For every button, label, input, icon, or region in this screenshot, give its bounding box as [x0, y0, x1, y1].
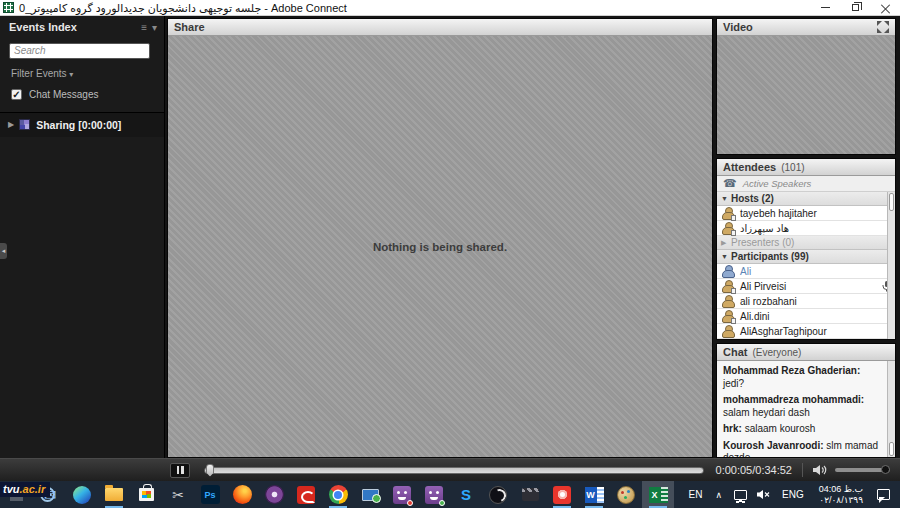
keyboard-language[interactable]: ENG	[775, 489, 811, 500]
taskbar-adobe-connect-icon[interactable]	[418, 481, 450, 508]
taskbar-photoshop-icon[interactable]: Ps	[194, 481, 226, 508]
attendee-row[interactable]: ali rozbahani	[717, 294, 895, 309]
taskbar-chrome-icon[interactable]	[322, 481, 354, 508]
seek-thumb[interactable]	[206, 464, 214, 477]
action-center-icon[interactable]	[877, 489, 890, 500]
attendees-count: (101)	[781, 162, 804, 173]
hosts-group-row[interactable]: ▼ Hosts (2)	[717, 192, 895, 206]
active-speakers-label: Active Speakers	[743, 178, 812, 189]
taskbar-remote-desktop-icon[interactable]	[354, 481, 386, 508]
chat-scrollbar[interactable]	[887, 361, 895, 457]
show-hidden-icons-chevron[interactable]: ∧	[709, 490, 728, 500]
chevron-down-icon: ▾	[69, 70, 73, 79]
taskbar-premiere-rush-icon[interactable]	[546, 481, 578, 508]
window-title: جلسه توجیهی دانشجویان جدیدالورود گروه کا…	[19, 0, 347, 16]
share-pod-title: Share	[174, 21, 205, 33]
participants-group-row[interactable]: ▼ Participants (99)	[717, 250, 895, 264]
tvu-watermark: tvu.ac.ir	[0, 482, 50, 497]
taskbar-clock[interactable]: 04:06 ب.ظ ۰۲/۰۸/۱۳۹۹	[811, 484, 871, 506]
host-avatar-icon	[721, 207, 734, 220]
playback-time: 0:00:05/0:34:52	[716, 464, 792, 476]
muted-speaker-icon[interactable]	[757, 489, 771, 500]
video-pod-title: Video	[723, 21, 753, 33]
tri-down-icon: ▼	[721, 195, 731, 202]
phone-icon: ☎	[723, 177, 737, 190]
events-index-panel: Events Index ≡ ▾ Filter Events ▾ ✓ Chat …	[0, 16, 165, 458]
sidebar-collapse-handle[interactable]: ◂	[0, 243, 7, 259]
windows-taskbar: tvu.ac.ir ✉ ✂ Ps S W X	[0, 481, 900, 508]
clock-date: ۰۲/۰۸/۱۳۹۹	[819, 495, 863, 506]
chat-messages-label: Chat Messages	[29, 89, 98, 100]
share-pod-body: Nothing is being shared.	[168, 36, 712, 457]
chat-scope: (Everyone)	[752, 347, 801, 358]
language-indicator[interactable]: EN	[682, 489, 710, 500]
chat-pod: Chat (Everyone) Mohammad Reza Ghaderian:…	[716, 343, 896, 458]
host-avatar-icon	[721, 222, 734, 235]
tri-right-icon: ▶	[721, 239, 731, 247]
taskbar-video-editor-icon[interactable]	[514, 481, 546, 508]
fullscreen-icon[interactable]	[877, 21, 889, 33]
taskbar-adobe-app-icon[interactable]	[290, 481, 322, 508]
sharing-event-label: Sharing [0:00:00]	[36, 119, 121, 131]
taskbar-paint-icon[interactable]	[610, 481, 642, 508]
chat-pod-header: Chat (Everyone)	[717, 344, 895, 361]
share-pod: Share Nothing is being shared.	[167, 18, 713, 458]
taskbar-file-explorer-icon[interactable]	[98, 481, 130, 508]
taskbar-tor-browser-icon[interactable]	[258, 481, 290, 508]
events-index-title: Events Index	[9, 21, 77, 33]
participant-avatar-icon	[721, 280, 734, 293]
window-titlebar: جلسه توجیهی دانشجویان جدیدالورود گروه کا…	[0, 0, 900, 16]
chat-pod-title: Chat	[723, 346, 747, 358]
participant-avatar-icon	[721, 265, 734, 278]
sharing-event-item[interactable]: ▶ Sharing [0:00:00]	[0, 113, 164, 137]
filter-events-dropdown[interactable]: Filter Events ▾	[11, 68, 164, 79]
chat-messages-checkbox[interactable]: ✓	[11, 89, 22, 100]
video-pod-header: Video	[717, 19, 895, 36]
panel-menu-icon[interactable]: ≡ ▾	[141, 22, 158, 33]
video-pod-body	[717, 36, 895, 154]
chat-message: hrk: salaam kourosh	[723, 423, 883, 436]
playback-bar: 0:00:05/0:34:52	[0, 458, 900, 481]
expand-icon[interactable]: ▶	[8, 120, 14, 129]
close-button[interactable]	[870, 0, 900, 16]
chat-message: mohammadreza mohammadi: salam heydari da…	[723, 394, 883, 419]
taskbar-snipping-tool-icon[interactable]: ✂	[162, 481, 194, 508]
network-icon[interactable]	[734, 490, 747, 500]
adobe-connect-app: Events Index ≡ ▾ Filter Events ▾ ✓ Chat …	[0, 16, 900, 481]
sharing-icon	[19, 119, 30, 130]
volume-slider[interactable]	[835, 468, 890, 472]
taskbar-excel-icon[interactable]: X	[642, 481, 674, 508]
taskbar-edge-icon[interactable]	[66, 481, 98, 508]
search-input[interactable]	[9, 43, 150, 59]
clock-time: 04:06 ب.ظ	[819, 484, 863, 495]
taskbar-firefox-icon[interactable]	[226, 481, 258, 508]
taskbar-obs-icon[interactable]	[482, 481, 514, 508]
pause-button[interactable]	[170, 463, 190, 478]
taskbar-skype-icon[interactable]: S	[450, 481, 482, 508]
taskbar-word-icon[interactable]: W	[578, 481, 610, 508]
screen: جلسه توجیهی دانشجویان جدیدالورود گروه کا…	[0, 0, 900, 508]
attendee-row[interactable]: AliAsgharTaghipour	[717, 324, 895, 339]
taskbar-adobe-connect-icon[interactable]	[386, 481, 418, 508]
app-icon	[3, 2, 14, 13]
restore-button[interactable]	[840, 0, 870, 16]
attendees-scrollbar[interactable]	[887, 192, 895, 339]
chat-message-list: Mohammad Reza Ghaderian: jedi? mohammadr…	[717, 361, 895, 457]
taskbar-store-icon[interactable]	[130, 481, 162, 508]
presenters-group-row[interactable]: ▶ Presenters (0)	[717, 236, 895, 250]
attendees-pod-title: Attendees	[723, 161, 776, 173]
attendees-list: ▼ Hosts (2) tayebeh hajitaher هاد سپهرزا…	[717, 192, 895, 339]
attendee-row[interactable]: Ali.dini	[717, 309, 895, 324]
tri-down-icon: ▼	[721, 253, 731, 260]
attendee-row[interactable]: Ali	[717, 264, 895, 279]
volume-knob[interactable]	[881, 465, 890, 474]
share-pod-header: Share	[168, 19, 712, 36]
attendee-row[interactable]: Ali Pirveisi	[717, 279, 895, 294]
chat-message: Kourosh Javanroodi: slm mamad dozde	[723, 440, 883, 458]
speaker-icon[interactable]	[813, 464, 827, 476]
attendee-row[interactable]: tayebeh hajitaher	[717, 206, 895, 221]
seek-slider[interactable]	[204, 467, 704, 474]
minimize-button[interactable]	[810, 0, 840, 16]
attendee-row[interactable]: هاد سپهرزاد	[717, 221, 895, 236]
attendees-pod-header: Attendees (101)	[717, 159, 895, 176]
